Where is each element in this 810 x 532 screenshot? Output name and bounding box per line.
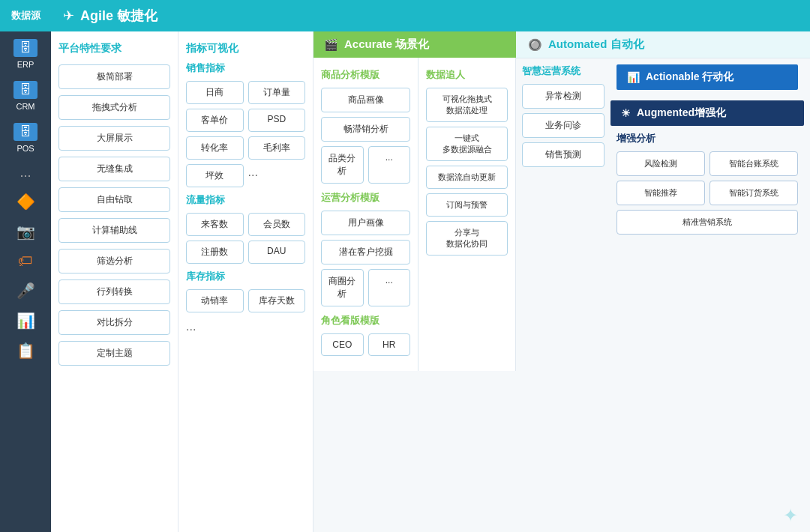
metric-kedan[interactable]: 客单价 [186,109,244,132]
analysis-shangpin-huaxiang[interactable]: 商品画像 [321,88,410,112]
analysis-more[interactable]: ... [368,146,411,184]
camera-icon: 📷 [16,223,35,241]
datasource-social[interactable]: 🔶 [0,185,51,215]
role-row: CEO HR [321,333,410,356]
actionable-header: 📊 Actionable 行动化 [616,64,798,90]
actionable-title: Actionable 行动化 [646,70,734,84]
datasource-pos[interactable]: 🗄 POS [0,115,51,157]
datasource-panel: 数据源 🗄 ERP 🗄 CRM 🗄 POS ... 🔶 📷 🏷 🎤 📊 📋 [0,0,51,532]
datasource-header: 数据源 [0,0,51,31]
metric-maoli[interactable]: 毛利率 [248,136,306,160]
analysis-column: 商品分析模版 商品画像 畅滞销分析 品类分析 ... 运营分析模版 用户画像 潜… [314,58,418,371]
accurate-title: Accurate 场景化 [344,37,429,52]
analysis-shangquan-row: 商圈分析 ... [321,269,410,306]
feature-shaixuan[interactable]: 筛选分析 [58,249,170,273]
sales-grid: 日商 订单量 客单价 PSD 转化率 毛利率 坪效 ... [186,81,305,187]
feature-tuozhuai[interactable]: 拖拽式分析 [58,95,170,120]
metrics-column: 指标可视化 销售指标 日商 订单量 客单价 PSD 转化率 毛利率 坪效 ...… [178,31,314,532]
automated-icon: 🔘 [528,38,542,52]
analysis-changzhi[interactable]: 畅滞销分析 [321,117,410,142]
metric-pingxiao[interactable]: 坪效 [186,164,244,187]
tracking-column: 数据追人 可视化拖拽式数据流处理 一键式多数据源融合 数据流自动更新 订阅与预警… [418,58,516,371]
track-keshihua[interactable]: 可视化拖拽式数据流处理 [426,88,508,122]
smart-yichang[interactable]: 异常检测 [522,84,604,109]
top-header: ✈ Agile 敏捷化 [51,0,810,31]
crm-label: CRM [16,102,34,111]
smart-xiaoshou[interactable]: 销售预测 [522,142,604,167]
smart-ops-section: 智慧运营系统 异常检测 业务问诊 销售预测 [522,64,604,365]
feature-wufeng[interactable]: 无缝集成 [58,157,170,181]
datasource-tag[interactable]: 🏷 [0,245,51,274]
accurate-row: 🎬 Accurate 场景化 商品分析模版 商品画像 畅滞销分析 品类分析 ..… [314,31,810,371]
augmented-icon: ☀ [621,107,631,119]
datasource-mic[interactable]: 🎤 [0,274,51,304]
feature-duibi[interactable]: 对比拆分 [58,310,170,335]
flow-title: 流量指标 [186,193,305,207]
weibo-icon: 🔶 [16,193,35,211]
feature-dapin[interactable]: 大屏展示 [58,126,170,151]
analysis-yonghu[interactable]: 用户画像 [321,211,410,235]
feature-hanglie[interactable]: 行列转换 [58,279,170,304]
metric-dau[interactable]: DAU [248,241,306,264]
inventory-title: 库存指标 [186,270,305,283]
metric-laikesu[interactable]: 来客数 [186,213,244,236]
excel-icon: 📊 [16,312,35,330]
right-big-panel: 🔘 Automated 自动化 智慧运营系统 异常检测 业务问诊 销售预测 [516,31,810,371]
right-section: 🎬 Accurate 场景化 商品分析模版 商品画像 畅滞销分析 品类分析 ..… [314,31,810,532]
datasource-crm[interactable]: 🗄 CRM [0,73,51,115]
automated-title: Automated 自动化 [548,37,644,52]
smart-yewu[interactable]: 业务问诊 [522,113,604,138]
enhanced-grid: 风险检测 智能台账系统 智能推荐 智能订货系统 精准营销系统 [616,151,798,235]
inventory-dots: ... [186,318,305,335]
enhanced-dinghuo[interactable]: 智能订货系统 [710,181,798,205]
tracking-title: 数据追人 [426,68,508,82]
ops-analysis-title: 运营分析模版 [321,191,410,205]
product-analysis-title: 商品分析模版 [321,68,410,82]
tag-icon: 🏷 [18,253,33,270]
enhanced-section: 增强分析 风险检测 智能台账系统 智能推荐 智能订货系统 精准营销系统 [610,132,804,235]
metric-dongxiao[interactable]: 动销率 [186,289,244,312]
track-shuju-auto[interactable]: 数据流自动更新 [426,166,508,189]
analysis-shangquan[interactable]: 商圈分析 [321,269,364,306]
datasource-doc[interactable]: 📋 [0,334,51,364]
enhanced-taizhan[interactable]: 智能台账系统 [710,151,798,176]
sales-dots: ... [248,164,306,187]
track-yijianshi[interactable]: 一键式多数据源融合 [426,127,508,161]
datasource-camera[interactable]: 📷 [0,215,51,245]
feature-ziyou[interactable]: 自由钻取 [58,187,170,212]
metric-zhuanhua[interactable]: 转化率 [186,136,244,160]
automated-header: 🔘 Automated 自动化 [516,31,810,58]
feature-dingzhi[interactable]: 定制主题 [58,341,170,366]
erp-label: ERP [17,60,34,69]
datasource-erp[interactable]: 🗄 ERP [0,31,51,73]
smart-ops-title: 智慧运营系统 [522,64,604,78]
augmented-title: Augmented增强化 [637,106,726,120]
watermark: ✦ [783,505,798,526]
track-fenxiang[interactable]: 分享与数据化协同 [426,221,508,256]
enhanced-tuijian[interactable]: 智能推荐 [616,181,705,205]
metric-huiyuan[interactable]: 会员数 [248,213,306,236]
analysis-more2[interactable]: ... [368,269,411,306]
datasource-excel[interactable]: 📊 [0,304,51,334]
action-area: 智慧运营系统 异常检测 业务问诊 销售预测 📊 Actionable 行动化 [516,58,810,371]
analysis-qianzai[interactable]: 潜在客户挖掘 [321,240,410,265]
metric-dingdan[interactable]: 订单量 [248,81,306,104]
feature-jianjian[interactable]: 极简部署 [58,64,170,89]
analysis-ceo[interactable]: CEO [321,333,364,356]
accurate-icon: 🎬 [324,38,338,52]
datasource-more: ... [0,157,51,185]
metric-zhuce[interactable]: 注册数 [186,241,244,264]
metric-psd[interactable]: PSD [248,109,306,132]
flow-grid: 来客数 会员数 注册数 DAU [186,213,305,264]
accurate-header: 🎬 Accurate 场景化 [314,31,516,58]
feature-jisuanfu[interactable]: 计算辅助线 [58,218,170,243]
enhanced-fengxian[interactable]: 风险检测 [616,151,705,176]
more-dots: ... [20,165,31,181]
enhanced-title: 增强分析 [616,132,798,145]
analysis-hr[interactable]: HR [368,333,411,356]
metric-kucun[interactable]: 库存天数 [248,289,306,312]
enhanced-yingxiao[interactable]: 精准营销系统 [616,210,798,235]
metric-rishang[interactable]: 日商 [186,81,244,104]
track-dingyue[interactable]: 订阅与预警 [426,193,508,217]
analysis-pinlei[interactable]: 品类分析 [321,146,364,184]
